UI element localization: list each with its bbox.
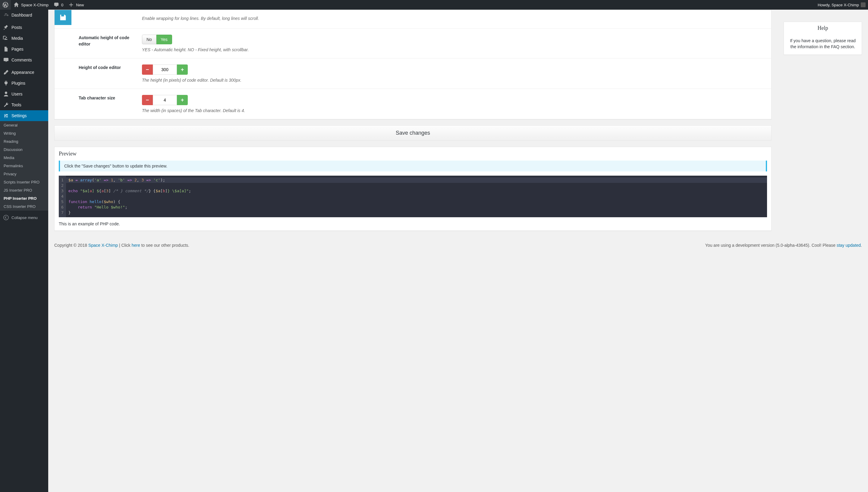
submenu-general[interactable]: General — [0, 121, 48, 129]
preview-footer-text: This is an example of PHP code. — [54, 221, 771, 230]
height-label: Height of code editor — [79, 65, 136, 82]
settings-submenu: General Writing Reading Discussion Media… — [0, 121, 48, 211]
submenu-media[interactable]: Media — [0, 154, 48, 162]
home-icon — [13, 2, 19, 8]
save-changes-button[interactable]: Save changes — [54, 125, 772, 141]
code-gutter: 1234567 — [59, 176, 66, 217]
toggle-no[interactable]: No — [142, 35, 156, 44]
height-increment[interactable]: + — [177, 65, 188, 75]
tab-increment[interactable]: + — [177, 95, 188, 105]
submenu-scripts-inserter[interactable]: Scripts Inserter PRO — [0, 178, 48, 186]
submenu-writing[interactable]: Writing — [0, 129, 48, 138]
auto-height-label: Automatic height of code editor — [79, 35, 136, 52]
menu-pages[interactable]: Pages — [0, 44, 48, 54]
preview-title: Preview — [54, 147, 771, 161]
user-icon — [3, 91, 9, 97]
collapse-menu[interactable]: Collapse menu — [0, 212, 48, 223]
tab-spinner: − + — [142, 95, 188, 105]
tab-size-label: Tab character size — [79, 95, 136, 113]
help-body: If you have a question, please read the … — [784, 34, 862, 54]
footer-here-link[interactable]: here — [132, 243, 140, 248]
submenu-discussion[interactable]: Discussion — [0, 146, 48, 154]
code-body: $a = array('a' => 1, 'b' => 2, 3 => 'c')… — [66, 176, 767, 217]
comments-icon — [3, 57, 9, 63]
dashboard-icon — [3, 12, 9, 18]
plus-icon — [68, 2, 74, 8]
help-title: Help — [784, 22, 862, 34]
height-spinner: − + — [142, 65, 188, 75]
preview-notice: Click the "Save changes" button to updat… — [59, 161, 767, 171]
footer-brand-link[interactable]: Space X-Chimp — [88, 243, 118, 248]
menu-tools[interactable]: Tools — [0, 99, 48, 110]
user-avatar — [861, 2, 866, 7]
plugin-icon — [3, 80, 9, 86]
line-wrap-help: Enable wrapping for long lines. By defau… — [142, 16, 765, 21]
footer-right: You are using a development version (5.0… — [705, 243, 862, 248]
footer-update-link[interactable]: stay updated — [837, 243, 861, 248]
media-icon — [3, 35, 9, 41]
page-icon — [3, 46, 9, 52]
menu-appearance[interactable]: Appearance — [0, 67, 48, 78]
save-floppy-badge[interactable] — [54, 10, 71, 25]
preview-box: Preview Click the "Save changes" button … — [54, 147, 772, 231]
menu-dashboard[interactable]: Dashboard — [0, 10, 48, 21]
menu-media[interactable]: Media — [0, 33, 48, 44]
editor-settings-box: Enable wrapping for long lines. By defau… — [54, 10, 772, 119]
footer-left: Copyright © 2018 Space X-Chimp | Click h… — [54, 243, 189, 248]
wrench-icon — [3, 102, 9, 108]
submenu-permalinks[interactable]: Permalinks — [0, 162, 48, 170]
svg-point-0 — [4, 215, 8, 220]
tab-input[interactable] — [153, 95, 177, 105]
submenu-js-inserter[interactable]: JS Inserter PRO — [0, 186, 48, 194]
admin-toolbar: Space X-Chimp 0 New Howdy, Space X-Chimp — [0, 0, 868, 10]
howdy-text: Howdy, Space X-Chimp — [818, 3, 859, 7]
menu-posts[interactable]: Posts — [0, 22, 48, 33]
brush-icon — [3, 69, 9, 75]
comment-count: 0 — [61, 3, 63, 7]
new-label: New — [76, 3, 84, 7]
site-title: Space X-Chimp — [21, 3, 49, 7]
admin-footer: Copyright © 2018 Space X-Chimp | Click h… — [48, 237, 868, 254]
collapse-icon — [3, 215, 9, 221]
wp-logo-menu[interactable] — [0, 0, 11, 10]
comment-icon — [53, 2, 59, 8]
admin-sidebar: Dashboard Posts Media Pages Comments App… — [0, 10, 48, 254]
tab-help: The width (in spaces) of the Tab charact… — [142, 108, 765, 113]
help-box: Help If you have a question, please read… — [783, 22, 862, 55]
submenu-privacy[interactable]: Privacy — [0, 170, 48, 178]
floppy-disk-icon — [59, 13, 67, 22]
submenu-reading[interactable]: Reading — [0, 138, 48, 146]
menu-comments[interactable]: Comments — [0, 54, 48, 65]
toggle-yes[interactable]: Yes — [156, 35, 172, 44]
height-input[interactable] — [153, 65, 177, 75]
submenu-php-inserter[interactable]: PHP Inserter PRO — [0, 194, 48, 202]
new-content-link[interactable]: New — [66, 0, 86, 10]
menu-plugins[interactable]: Plugins — [0, 78, 48, 89]
site-home-link[interactable]: Space X-Chimp — [11, 0, 51, 10]
menu-users[interactable]: Users — [0, 89, 48, 99]
auto-height-toggle[interactable]: No Yes — [142, 35, 172, 44]
height-help: The height (in pixels) of code editor. D… — [142, 78, 765, 82]
height-decrement[interactable]: − — [142, 65, 153, 75]
account-menu[interactable]: Howdy, Space X-Chimp — [815, 0, 868, 10]
pin-icon — [3, 24, 9, 30]
menu-settings[interactable]: Settings — [0, 110, 48, 121]
code-preview: 1234567 $a = array('a' => 1, 'b' => 2, 3… — [59, 176, 767, 217]
tab-decrement[interactable]: − — [142, 95, 153, 105]
submenu-css-inserter[interactable]: CSS Inserter PRO — [0, 202, 48, 211]
settings-icon — [3, 113, 9, 119]
auto-height-help: YES - Automatic height. NO - Fixed heigh… — [142, 47, 765, 52]
comments-link[interactable]: 0 — [51, 0, 66, 10]
wordpress-icon — [2, 2, 8, 8]
